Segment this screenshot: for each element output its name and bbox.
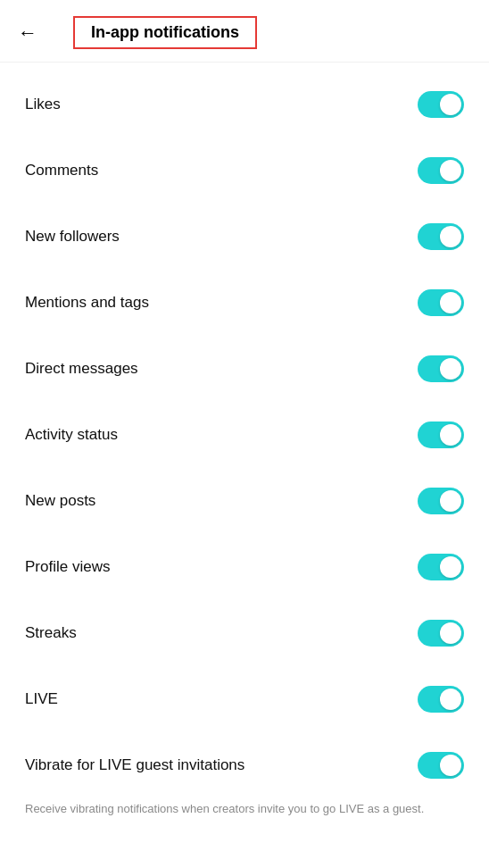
setting-item-comments: Comments — [0, 138, 489, 204]
setting-item-likes: Likes — [0, 71, 489, 138]
setting-label-new-posts: New posts — [25, 492, 95, 510]
page-title: In-app notifications — [91, 23, 239, 41]
setting-label-new-followers: New followers — [25, 228, 120, 246]
toggle-likes[interactable] — [418, 91, 464, 118]
toggle-profile-views[interactable] — [418, 554, 464, 580]
setting-item-activity-status: Activity status — [0, 402, 489, 468]
toggle-direct-messages[interactable] — [418, 355, 464, 382]
toggle-new-posts[interactable] — [418, 488, 464, 514]
setting-label-live: LIVE — [25, 690, 58, 708]
setting-item-live: LIVE — [0, 666, 489, 732]
setting-item-streaks: Streaks — [0, 600, 489, 666]
setting-label-vibrate-live: Vibrate for LIVE guest invitations — [25, 756, 244, 774]
setting-label-activity-status: Activity status — [25, 426, 118, 444]
setting-item-direct-messages: Direct messages — [0, 336, 489, 402]
vibrate-description: Receive vibrating notifications when cre… — [0, 798, 489, 839]
toggle-comments[interactable] — [418, 157, 464, 184]
setting-item-profile-views: Profile views — [0, 534, 489, 600]
back-icon: ← — [18, 21, 37, 44]
setting-label-streaks: Streaks — [25, 624, 77, 642]
back-button[interactable]: ← — [18, 23, 37, 43]
toggle-live[interactable] — [418, 686, 464, 713]
setting-label-likes: Likes — [25, 96, 61, 113]
setting-label-comments: Comments — [25, 162, 98, 179]
toggle-streaks[interactable] — [418, 620, 464, 647]
settings-list: Likes Comments New followers Mentions an… — [0, 63, 489, 848]
toggle-vibrate-live[interactable] — [418, 752, 464, 779]
toggle-new-followers[interactable] — [418, 223, 464, 250]
vibrate-description-text: Receive vibrating notifications when cre… — [25, 802, 424, 815]
setting-item-vibrate-live: Vibrate for LIVE guest invitations — [0, 732, 489, 798]
setting-label-direct-messages: Direct messages — [25, 360, 138, 378]
toggle-mentions-and-tags[interactable] — [418, 289, 464, 316]
header: ← In-app notifications — [0, 0, 489, 63]
setting-item-new-followers: New followers — [0, 204, 489, 270]
setting-item-new-posts: New posts — [0, 468, 489, 534]
setting-label-mentions-and-tags: Mentions and tags — [25, 294, 149, 312]
toggle-activity-status[interactable] — [418, 421, 464, 448]
setting-label-profile-views: Profile views — [25, 558, 110, 576]
title-box: In-app notifications — [73, 16, 257, 49]
setting-item-mentions-and-tags: Mentions and tags — [0, 270, 489, 336]
